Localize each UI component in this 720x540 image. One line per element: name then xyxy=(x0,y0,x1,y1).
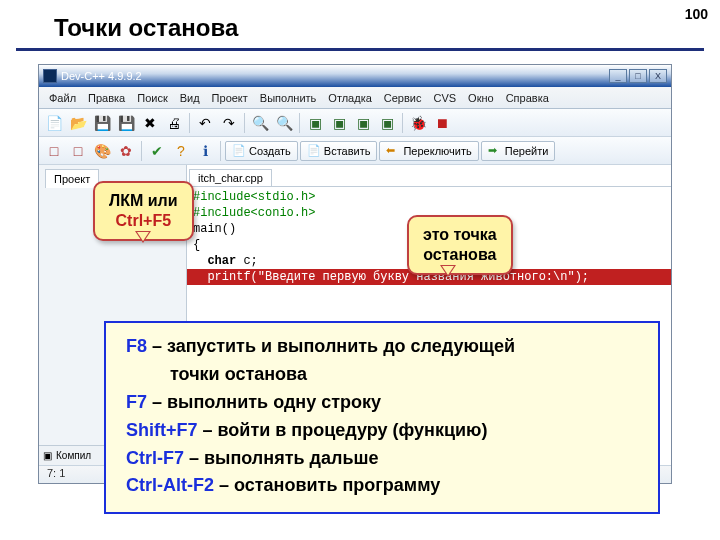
arrow-right-icon: ➡ xyxy=(488,144,502,158)
switch-button[interactable]: ⬅Переключить xyxy=(379,141,478,161)
new-icon[interactable]: 📄 xyxy=(43,112,65,134)
slide-title: Точки останова xyxy=(16,0,704,51)
insert-label: Вставить xyxy=(324,145,371,157)
slide-number: 100 xyxy=(685,6,708,22)
hotkey-key: Ctrl-Alt-F2 xyxy=(126,475,214,495)
page-icon: 📄 xyxy=(232,144,246,158)
func-icon[interactable]: ✿ xyxy=(115,140,137,162)
hotkey-row: Ctrl-Alt-F2 – остановить программу xyxy=(126,472,638,500)
replace-icon[interactable]: 🔍 xyxy=(273,112,295,134)
hotkey-desc: – запустить и выполнить до следующей xyxy=(147,336,515,356)
compile-tab-icon[interactable]: ▣ xyxy=(43,450,52,461)
compile-icon[interactable]: ▣ xyxy=(304,112,326,134)
check-icon[interactable]: ✔ xyxy=(146,140,168,162)
project-tab[interactable]: Проект xyxy=(45,169,99,188)
menubar: Файл Правка Поиск Вид Проект Выполнить О… xyxy=(39,87,671,109)
titlebar: Dev-C++ 4.9.9.2 _ □ X xyxy=(39,65,671,87)
menu-execute[interactable]: Выполнить xyxy=(254,90,322,106)
separator xyxy=(220,141,221,161)
callout-line: это точка xyxy=(423,225,497,245)
hotkey-desc: – войти в процедуру (функцию) xyxy=(198,420,488,440)
menu-help[interactable]: Справка xyxy=(500,90,555,106)
code-token: c; xyxy=(236,254,258,268)
callout-line: ЛКМ или xyxy=(109,191,178,211)
goto-label: Перейти xyxy=(505,145,549,157)
create-label: Создать xyxy=(249,145,291,157)
print-icon[interactable]: 🖨 xyxy=(163,112,185,134)
separator xyxy=(244,113,245,133)
code-token: <conio.h> xyxy=(251,206,316,220)
menu-debug[interactable]: Отладка xyxy=(322,90,377,106)
hotkey-desc: – выполнить одну строку xyxy=(147,392,381,412)
goto-button[interactable]: ➡Перейти xyxy=(481,141,556,161)
code-token: char xyxy=(193,254,236,268)
hotkey-desc: точки останова xyxy=(126,361,638,389)
rebuild-icon[interactable]: ▣ xyxy=(376,112,398,134)
hotkey-row: F8 – запустить и выполнить до следующейт… xyxy=(126,333,638,389)
menu-project[interactable]: Проект xyxy=(206,90,254,106)
arrow-left-icon: ⬅ xyxy=(386,144,400,158)
minimize-button[interactable]: _ xyxy=(609,69,627,83)
compile-run-icon[interactable]: ▣ xyxy=(352,112,374,134)
file-tab[interactable]: itch_char.cpp xyxy=(189,169,272,186)
close-file-icon[interactable]: ✖ xyxy=(139,112,161,134)
help-icon[interactable]: ? xyxy=(170,140,192,162)
page-icon: 📄 xyxy=(307,144,321,158)
save-icon[interactable]: 💾 xyxy=(91,112,113,134)
toolbar-primary: 📄 📂 💾 💾 ✖ 🖨 ↶ ↷ 🔍 🔍 ▣ ▣ ▣ ▣ 🐞 ⏹ xyxy=(39,109,671,137)
insert-button[interactable]: 📄Вставить xyxy=(300,141,378,161)
hotkey-desc: – выполнять дальше xyxy=(184,448,379,468)
palette-icon[interactable]: 🎨 xyxy=(91,140,113,162)
new-class-icon2[interactable]: □ xyxy=(67,140,89,162)
hotkey-key: F8 xyxy=(126,336,147,356)
open-icon[interactable]: 📂 xyxy=(67,112,89,134)
redo-icon[interactable]: ↷ xyxy=(218,112,240,134)
callout-breakpoint: это точка останова xyxy=(407,215,513,275)
separator xyxy=(402,113,403,133)
code-token: #include xyxy=(193,206,251,220)
code-token: <stdio.h> xyxy=(251,190,316,204)
hotkey-row: Shift+F7 – войти в процедуру (функцию) xyxy=(126,417,638,445)
create-button[interactable]: 📄Создать xyxy=(225,141,298,161)
hotkey-key: Shift+F7 xyxy=(126,420,198,440)
info-icon[interactable]: ℹ xyxy=(194,140,216,162)
maximize-button[interactable]: □ xyxy=(629,69,647,83)
separator xyxy=(189,113,190,133)
hotkey-key: F7 xyxy=(126,392,147,412)
callout-line: останова xyxy=(423,245,497,265)
switch-label: Переключить xyxy=(403,145,471,157)
callout-lkm: ЛКМ или Ctrl+F5 xyxy=(93,181,194,241)
window-title: Dev-C++ 4.9.9.2 xyxy=(61,70,607,82)
toolbar-secondary: □ □ 🎨 ✿ ✔ ? ℹ 📄Создать 📄Вставить ⬅Перекл… xyxy=(39,137,671,165)
compile-tab[interactable]: Компил xyxy=(56,450,91,461)
menu-search[interactable]: Поиск xyxy=(131,90,173,106)
separator xyxy=(299,113,300,133)
menu-tools[interactable]: Сервис xyxy=(378,90,428,106)
code-token: #include xyxy=(193,190,251,204)
new-class-icon[interactable]: □ xyxy=(43,140,65,162)
cursor-position: 7: 1 xyxy=(47,467,65,479)
menu-cvs[interactable]: CVS xyxy=(427,90,462,106)
find-icon[interactable]: 🔍 xyxy=(249,112,271,134)
menu-window[interactable]: Окно xyxy=(462,90,500,106)
menu-file[interactable]: Файл xyxy=(43,90,82,106)
run-icon[interactable]: ▣ xyxy=(328,112,350,134)
stop-icon[interactable]: ⏹ xyxy=(431,112,453,134)
hotkey-key: Ctrl-F7 xyxy=(126,448,184,468)
hotkey-row: Ctrl-F7 – выполнять дальше xyxy=(126,445,638,473)
hotkey-reference: F8 – запустить и выполнить до следующейт… xyxy=(104,321,660,514)
app-icon xyxy=(43,69,57,83)
callout-line: Ctrl+F5 xyxy=(109,211,178,231)
hotkey-row: F7 – выполнить одну строку xyxy=(126,389,638,417)
separator xyxy=(141,141,142,161)
menu-edit[interactable]: Правка xyxy=(82,90,131,106)
hotkey-desc: – остановить программу xyxy=(214,475,440,495)
undo-icon[interactable]: ↶ xyxy=(194,112,216,134)
menu-view[interactable]: Вид xyxy=(174,90,206,106)
debug-icon[interactable]: 🐞 xyxy=(407,112,429,134)
save-all-icon[interactable]: 💾 xyxy=(115,112,137,134)
close-button[interactable]: X xyxy=(649,69,667,83)
